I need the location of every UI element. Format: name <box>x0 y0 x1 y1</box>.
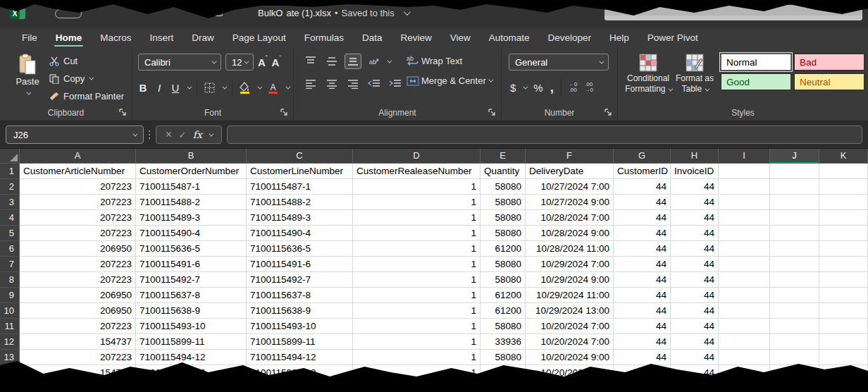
cell-D7[interactable]: 1 <box>353 257 480 272</box>
cell-H11[interactable]: 44 <box>671 319 719 334</box>
row-number-2[interactable]: 2 <box>0 179 20 195</box>
cell-I3[interactable] <box>719 195 770 210</box>
cell-H3[interactable]: 44 <box>671 195 719 210</box>
cell-K9[interactable] <box>819 288 868 303</box>
italic-button[interactable]: I <box>154 82 164 94</box>
column-header-E[interactable]: E <box>480 149 526 164</box>
cell-H7[interactable]: 44 <box>671 257 719 272</box>
cell-C14[interactable]: 7100115900-13 <box>247 365 353 381</box>
comma-style-button[interactable]: , <box>550 84 554 91</box>
cell-B14[interactable]: 7100115900-13 <box>136 365 247 381</box>
cell-I8[interactable] <box>719 272 770 288</box>
cell-G12[interactable]: 44 <box>614 334 671 350</box>
cell-E14[interactable]: 33936 <box>480 365 526 381</box>
cell-I14[interactable] <box>719 365 770 381</box>
cell-style-good[interactable]: Good <box>721 73 791 90</box>
format-painter-button[interactable]: Format Painter <box>49 89 124 104</box>
cell-F4[interactable]: 10/28/2024 7:00 <box>526 210 614 226</box>
cell-E12[interactable]: 33936 <box>480 334 526 350</box>
cell-D8[interactable]: 1 <box>353 272 480 288</box>
bottom-align-button[interactable] <box>345 54 361 69</box>
cell-F7[interactable]: 10/29/2024 7:00 <box>526 257 614 272</box>
cell-G5[interactable]: 44 <box>614 226 671 241</box>
cell-A2[interactable]: 207223 <box>20 179 136 195</box>
tab-file[interactable]: File <box>13 28 46 48</box>
cell-I1[interactable] <box>719 164 770 179</box>
cell-B6[interactable]: 7100115636-5 <box>136 241 247 257</box>
cell-J2[interactable] <box>770 179 819 195</box>
cell-D6[interactable]: 1 <box>353 241 480 257</box>
merge-center-chevron-icon[interactable] <box>488 78 493 82</box>
cell-I9[interactable] <box>719 288 770 303</box>
increase-indent-button[interactable] <box>387 76 404 92</box>
cut-button[interactable]: Cut <box>49 54 124 68</box>
cell-I2[interactable] <box>719 179 770 195</box>
paste-chevron-down-icon[interactable] <box>26 90 31 95</box>
borders-button[interactable] <box>204 82 216 94</box>
cell-F1[interactable]: DeliveryDate <box>526 164 614 179</box>
tab-help[interactable]: Help <box>600 28 638 48</box>
column-header-I[interactable]: I <box>719 149 770 164</box>
select-all-corner[interactable] <box>0 149 20 164</box>
conditional-formatting-button[interactable]: Conditional Formatting <box>622 54 674 94</box>
title-chevron-down-icon[interactable] <box>404 8 411 16</box>
row-number-11[interactable]: 11 <box>0 319 20 334</box>
cell-G14[interactable]: 44 <box>614 365 671 381</box>
tab-automate[interactable]: Automate <box>480 28 539 48</box>
cell-E11[interactable]: 58080 <box>480 319 526 334</box>
cell-C6[interactable]: 7100115636-5 <box>247 241 353 257</box>
cell-J10[interactable] <box>770 303 819 319</box>
number-format-combo[interactable]: General <box>509 54 609 71</box>
row-number-1[interactable]: 1 <box>0 164 20 179</box>
cell-A13[interactable]: 207223 <box>20 350 136 365</box>
cell-A11[interactable]: 207223 <box>20 319 136 334</box>
cell-D2[interactable]: 1 <box>353 179 480 195</box>
cell-H12[interactable]: 44 <box>671 334 719 350</box>
cell-J13[interactable] <box>770 350 819 365</box>
cell-J11[interactable] <box>770 319 819 334</box>
cell-G13[interactable]: 44 <box>614 350 671 365</box>
cell-E6[interactable]: 61200 <box>480 241 526 257</box>
cell-I6[interactable] <box>719 241 770 257</box>
cell-B5[interactable]: 7100115490-4 <box>136 226 247 241</box>
accounting-chevron-icon[interactable] <box>523 84 528 89</box>
formula-input[interactable] <box>227 125 862 144</box>
bold-button[interactable]: B <box>138 82 148 94</box>
tab-page-layout[interactable]: Page Layout <box>223 28 295 48</box>
tab-draw[interactable]: Draw <box>182 28 223 48</box>
cell-H8[interactable]: 44 <box>671 272 719 288</box>
column-header-B[interactable]: B <box>136 149 247 164</box>
cell-H1[interactable]: InvoiceID <box>671 164 719 179</box>
row-number-7[interactable]: 7 <box>0 257 20 272</box>
cell-H9[interactable]: 44 <box>671 288 719 303</box>
top-align-button[interactable] <box>302 54 319 69</box>
cell-style-neutral[interactable]: Neutral <box>794 73 864 90</box>
cell-I11[interactable] <box>719 319 770 334</box>
cell-K13[interactable] <box>819 350 868 365</box>
cell-F5[interactable]: 10/28/2024 9:00 <box>526 226 614 241</box>
cell-D9[interactable]: 1 <box>353 288 480 303</box>
cell-K7[interactable] <box>819 257 868 272</box>
cell-A6[interactable]: 206950 <box>20 241 136 257</box>
cell-A5[interactable]: 207223 <box>20 226 136 241</box>
tab-data[interactable]: Data <box>353 28 392 48</box>
cell-A8[interactable]: 207223 <box>20 272 136 288</box>
cell-E3[interactable]: 58080 <box>480 195 526 210</box>
underline-chevron-icon[interactable] <box>187 84 192 89</box>
column-header-H[interactable]: H <box>671 149 719 164</box>
decrease-indent-button[interactable] <box>366 76 383 92</box>
cell-K12[interactable] <box>819 334 868 350</box>
column-header-D[interactable]: D <box>353 149 480 164</box>
decrease-decimal-button[interactable]: .00→0 <box>584 82 593 93</box>
cell-K1[interactable] <box>819 164 868 179</box>
cell-G10[interactable]: 44 <box>614 303 671 319</box>
cell-J3[interactable] <box>770 195 819 210</box>
cell-D3[interactable]: 1 <box>353 195 480 210</box>
font-color-button[interactable]: A <box>267 82 279 94</box>
cell-B10[interactable]: 7100115638-9 <box>136 303 247 319</box>
tab-insert[interactable]: Insert <box>141 28 183 48</box>
cell-J8[interactable] <box>770 272 819 288</box>
clipboard-dialog-launcher-icon[interactable] <box>119 109 128 117</box>
cell-B2[interactable]: 7100115487-1 <box>136 179 247 195</box>
document-title[interactable]: BulkO ate (1).xlsx • Saved to this <box>258 8 409 18</box>
